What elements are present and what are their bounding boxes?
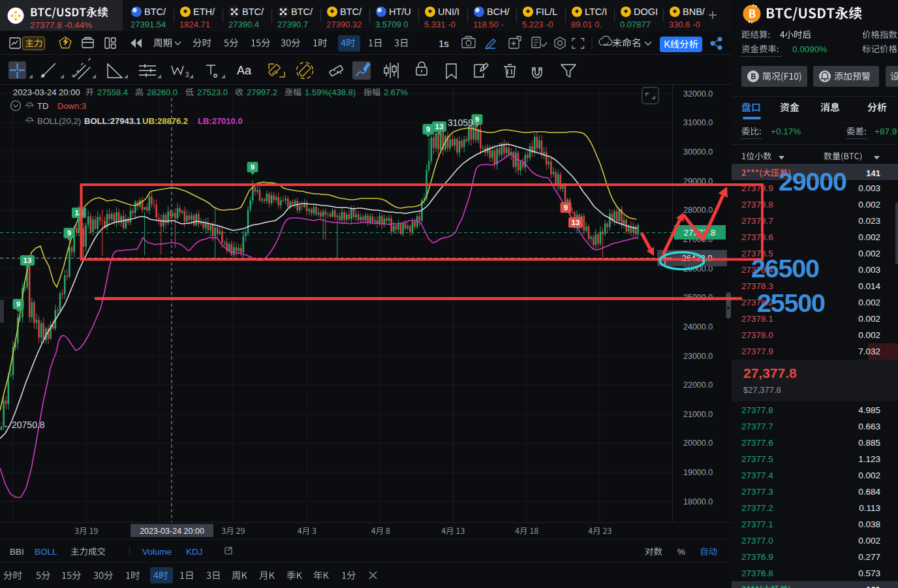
svg-text:9: 9: [564, 204, 568, 211]
svg-text:27377.8: 27377.8: [684, 228, 716, 238]
svg-text:→: →: [472, 118, 480, 128]
svg-text:3: 3: [185, 71, 189, 78]
svg-text:0.885: 0.885: [858, 438, 880, 448]
svg-text:7.032: 7.032: [858, 347, 880, 356]
svg-text:0.002: 0.002: [858, 471, 880, 480]
svg-text:BNB/: BNB/: [683, 7, 705, 17]
svg-text:27378.0: 27378.0: [741, 330, 773, 340]
svg-text:20000.0: 20000.0: [683, 439, 713, 448]
svg-text:31059: 31059: [448, 117, 473, 128]
svg-text:BTC/: BTC/: [340, 7, 362, 17]
svg-text:Aa: Aa: [237, 64, 252, 77]
svg-text:161: 161: [866, 585, 880, 588]
svg-text:9: 9: [251, 163, 255, 171]
svg-text:UB:28876.2: UB:28876.2: [142, 116, 188, 126]
svg-text:141: 141: [866, 168, 880, 178]
svg-text:BTC/: BTC/: [242, 7, 264, 17]
svg-text:UNI/I: UNI/I: [438, 7, 459, 17]
svg-text:27377.3: 27377.3: [741, 487, 773, 497]
svg-text:0.663: 0.663: [858, 422, 880, 431]
svg-text:Down:3: Down:3: [57, 101, 86, 111]
svg-text:ETH/: ETH/: [193, 7, 215, 17]
svg-text:LB:27010.0: LB:27010.0: [198, 116, 243, 126]
svg-text:27378.1: 27378.1: [741, 314, 773, 324]
svg-text:27377.4: 27377.4: [741, 471, 773, 480]
svg-text:LTC/I: LTC/I: [585, 7, 607, 17]
svg-text:27376.9: 27376.9: [741, 552, 773, 562]
svg-text:27523.0: 27523.0: [197, 87, 228, 97]
svg-text:0.002: 0.002: [858, 249, 880, 258]
svg-text:25000.0: 25000.0: [683, 293, 713, 302]
svg-text:BTC/: BTC/: [144, 7, 166, 17]
svg-text:0.003: 0.003: [858, 265, 880, 275]
svg-text:30000.0: 30000.0: [683, 147, 713, 157]
svg-text:0.0090%: 0.0090%: [792, 44, 827, 54]
svg-text:22000.0: 22000.0: [683, 380, 713, 390]
svg-text:FIL/L: FIL/L: [536, 7, 557, 17]
svg-text:89.01 0.: 89.01 0.: [571, 20, 602, 29]
svg-text:23000.0: 23000.0: [683, 352, 713, 361]
svg-text:27378.2: 27378.2: [741, 298, 773, 307]
svg-text:27378.4: 27378.4: [741, 265, 773, 275]
svg-text:0.003: 0.003: [858, 183, 880, 193]
svg-text:←20750.8: ←20750.8: [3, 420, 45, 430]
svg-text:13: 13: [572, 219, 580, 226]
svg-text:9: 9: [16, 300, 20, 308]
svg-text:DOGI: DOGI: [634, 7, 658, 17]
svg-text:27377.8 -0.44%: 27377.8 -0.44%: [30, 20, 92, 30]
svg-text:32000.0: 32000.0: [683, 89, 713, 99]
svg-text:1824.71: 1824.71: [179, 20, 210, 29]
svg-text:31000.0: 31000.0: [683, 118, 713, 127]
svg-text:27390.4: 27390.4: [228, 20, 259, 29]
svg-text:27377.9: 27377.9: [741, 347, 773, 356]
svg-text:2023-03-24 20:00: 2023-03-24 20:00: [13, 87, 80, 97]
svg-text:0.014: 0.014: [858, 281, 880, 291]
svg-text:0.002: 0.002: [858, 330, 880, 340]
svg-text:Volume: Volume: [142, 547, 172, 557]
svg-text:2.67%: 2.67%: [384, 87, 408, 97]
svg-text:0.573: 0.573: [858, 568, 880, 578]
svg-text:27390.32: 27390.32: [326, 20, 362, 29]
svg-text:5.223 -0: 5.223 -0: [522, 20, 553, 29]
svg-text:%: %: [677, 547, 685, 557]
svg-text:27378.9: 27378.9: [741, 183, 773, 193]
svg-text:0.07877: 0.07877: [620, 20, 651, 29]
svg-text:0.023: 0.023: [858, 216, 880, 226]
svg-text:330.6 -0: 330.6 -0: [669, 20, 700, 29]
svg-text:$27,377.8: $27,377.8: [743, 385, 781, 395]
svg-text:BOLL(20,2): BOLL(20,2): [37, 116, 81, 126]
svg-text:9: 9: [67, 229, 71, 237]
svg-text:27,377.8: 27,377.8: [743, 365, 797, 380]
svg-text:29000.0: 29000.0: [683, 177, 713, 186]
svg-text:0.038: 0.038: [858, 519, 880, 529]
svg-text:27378.7: 27378.7: [741, 216, 773, 226]
svg-text:TD: TD: [37, 101, 48, 111]
svg-text:13: 13: [75, 209, 84, 217]
svg-text:27377.2: 27377.2: [741, 503, 773, 513]
svg-text:1s: 1s: [439, 38, 449, 49]
svg-text:0.002: 0.002: [858, 298, 880, 307]
svg-text:18000.0: 18000.0: [683, 497, 713, 506]
svg-text:19000.0: 19000.0: [683, 468, 713, 477]
svg-text:27377.1: 27377.1: [741, 519, 773, 529]
svg-text:0.002: 0.002: [858, 232, 880, 242]
svg-text:27378.8: 27378.8: [741, 200, 773, 209]
svg-text:27558.4: 27558.4: [97, 87, 128, 97]
svg-text:KDJ: KDJ: [186, 547, 203, 557]
svg-text:BBI: BBI: [10, 547, 24, 557]
svg-text:13: 13: [23, 256, 32, 264]
svg-text:0.113: 0.113: [859, 503, 880, 513]
svg-text:0.002: 0.002: [858, 200, 880, 209]
svg-text:0.277: 0.277: [858, 552, 880, 562]
svg-text:0.684: 0.684: [858, 487, 880, 497]
svg-text:27390.7: 27390.7: [277, 20, 308, 29]
svg-text:+87.9: +87.9: [875, 127, 897, 136]
svg-text:27377.5: 27377.5: [741, 454, 773, 464]
svg-text:27377.8: 27377.8: [741, 405, 773, 415]
svg-text:21000.0: 21000.0: [683, 410, 713, 419]
svg-text:BTC/: BTC/: [291, 7, 313, 17]
svg-text:4.985: 4.985: [858, 405, 880, 415]
svg-text:27997.2: 27997.2: [247, 87, 277, 97]
svg-text:27378.5: 27378.5: [741, 249, 773, 258]
svg-text:2023-03-24 20:00: 2023-03-24 20:00: [140, 527, 204, 536]
